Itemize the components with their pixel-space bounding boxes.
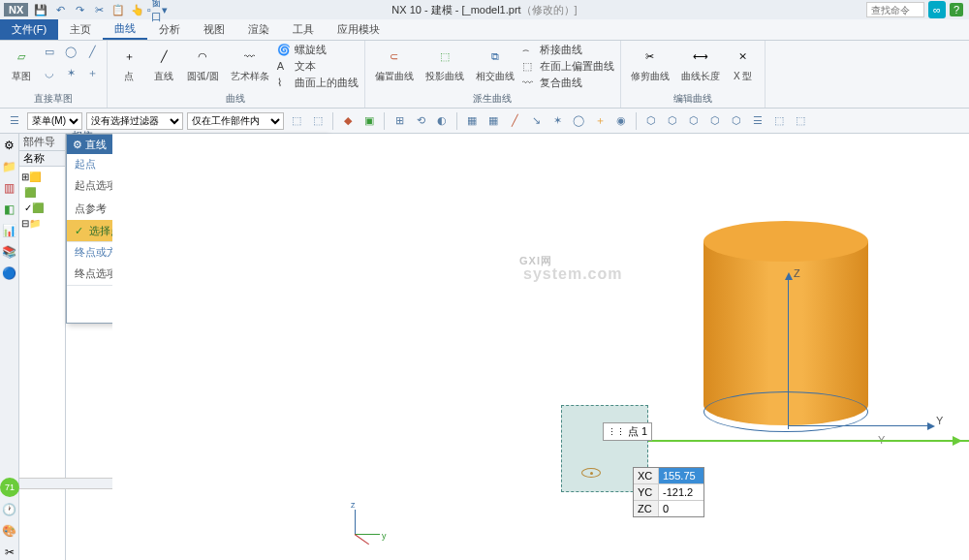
yc-row[interactable]: YC-121.2 bbox=[634, 484, 703, 501]
tool-icon[interactable]: ＋ bbox=[591, 112, 609, 130]
nav-icon[interactable]: ◧ bbox=[2, 202, 17, 217]
bridge-curve-button[interactable]: ⌢桥接曲线 bbox=[522, 43, 614, 57]
tool-icon[interactable]: ◯ bbox=[570, 112, 587, 130]
tool-icon[interactable]: ⬡ bbox=[706, 112, 724, 130]
tree-row[interactable]: ✓🟩 bbox=[21, 200, 63, 215]
offset-curve-button[interactable]: ⊂偏置曲线 bbox=[371, 43, 418, 85]
tool-icon[interactable]: ╱ bbox=[506, 112, 523, 130]
menu-render[interactable]: 渲染 bbox=[236, 19, 281, 40]
point-button[interactable]: ＋点 bbox=[113, 43, 144, 85]
copy-icon[interactable]: 📋 bbox=[111, 3, 125, 16]
x-form-button[interactable]: ⨯X 型 bbox=[728, 43, 759, 85]
touch-icon[interactable]: 👆 bbox=[131, 3, 144, 16]
tool-icon[interactable]: ✂ bbox=[2, 544, 17, 560]
add-icon[interactable]: ＋ bbox=[83, 64, 101, 81]
xc-row[interactable]: XC155.75 bbox=[634, 468, 703, 484]
tree-row[interactable]: 🟩 bbox=[21, 184, 63, 200]
cylinder-model[interactable] bbox=[703, 221, 868, 424]
project-curve-button[interactable]: ⬚投影曲线 bbox=[422, 43, 468, 85]
tool-icon[interactable]: ↘ bbox=[527, 112, 545, 130]
trim-curve-button[interactable]: ✂修剪曲线 bbox=[627, 43, 673, 85]
menu-dropdown-icon[interactable]: ☰ bbox=[6, 112, 23, 130]
tool-icon[interactable]: ▣ bbox=[360, 112, 378, 130]
nav-icon[interactable]: 📁 bbox=[2, 159, 17, 174]
3d-viewport[interactable]: GXI网 system.com Z Y Y ⋮⋮点 1 XC155.75 YC-… bbox=[112, 134, 969, 560]
surface-curve-button[interactable]: ⌇曲面上的曲线 bbox=[277, 76, 359, 90]
tool-icon[interactable]: ⬡ bbox=[685, 112, 703, 130]
undo-icon[interactable]: ↶ bbox=[53, 3, 67, 16]
nav-icon[interactable]: 🔵 bbox=[2, 265, 17, 281]
save-icon[interactable]: 💾 bbox=[34, 3, 47, 16]
offset-face-button[interactable]: ⬚在面上偏置曲线 bbox=[522, 59, 614, 74]
gear-icon[interactable]: ⚙ bbox=[2, 138, 17, 153]
scope-dropdown[interactable]: 仅在工作部件内 bbox=[187, 112, 284, 130]
menu-view[interactable]: 视图 bbox=[192, 19, 236, 40]
help-icon[interactable]: ? bbox=[950, 3, 963, 16]
search-go-icon[interactable]: ∞ bbox=[928, 1, 946, 18]
tool-icon[interactable]: ◆ bbox=[339, 112, 357, 130]
tool-icon[interactable]: ◉ bbox=[612, 112, 630, 130]
filter-dropdown[interactable]: 没有选择过滤器 bbox=[86, 112, 183, 130]
spiral-button[interactable]: 🌀螺旋线 bbox=[277, 43, 359, 57]
menu-dropdown[interactable]: 菜单(M) bbox=[27, 112, 82, 130]
view-triad[interactable]: z y bbox=[347, 504, 386, 543]
tool-icon[interactable]: ▦ bbox=[484, 112, 502, 130]
surface-curve-icon: ⌇ bbox=[277, 77, 291, 90]
circle-icon[interactable]: ◯ bbox=[62, 43, 79, 60]
main-area: ⚙ 📁 ▥ ◧ 📊 📚 🔵 🕐 🎨 ✂ 部件导 名称 ⊞🟨 🟩 ✓🟩 ⊟📁 71… bbox=[0, 134, 969, 560]
color-icon[interactable]: 🎨 bbox=[2, 523, 17, 539]
menu-curve[interactable]: 曲线 bbox=[103, 19, 147, 40]
history-icon[interactable]: 🕐 bbox=[2, 502, 17, 517]
menu-home[interactable]: 主页 bbox=[58, 19, 103, 40]
intersect-curve-button[interactable]: ⧉相交曲线 bbox=[472, 43, 518, 85]
title-bar: NX 💾 ↶ ↷ ✂ 📋 👆 ▫ 窗口▾ NX 10 - 建模 - [_mode… bbox=[0, 0, 969, 19]
point-sketch-icon[interactable]: ✶ bbox=[62, 64, 79, 81]
search-input[interactable] bbox=[866, 2, 924, 17]
navigator-tree[interactable]: ⊞🟨 🟩 ✓🟩 ⊟📁 bbox=[19, 167, 65, 233]
tool-icon[interactable]: ⬡ bbox=[664, 112, 681, 130]
selection-toolbar: ☰ 菜单(M) 没有选择过滤器 仅在工作部件内 ⬚ ⬚ ◆ ▣ ⊞ ⟲ ◐ ▦ … bbox=[0, 109, 969, 134]
tool-icon[interactable]: ⬚ bbox=[309, 112, 327, 130]
menu-analysis[interactable]: 分析 bbox=[147, 19, 192, 40]
yc-arrow-icon bbox=[953, 436, 967, 446]
tool-icon[interactable]: ☰ bbox=[749, 112, 766, 130]
menu-application[interactable]: 应用模块 bbox=[326, 19, 391, 40]
tree-row[interactable]: ⊟📁 bbox=[21, 215, 63, 231]
nav-icon[interactable]: 📊 bbox=[2, 223, 17, 238]
nav-icon[interactable]: ▥ bbox=[2, 180, 17, 196]
cut-icon[interactable]: ✂ bbox=[92, 3, 106, 16]
tool-icon[interactable]: ◐ bbox=[433, 112, 451, 130]
point-label[interactable]: ⋮⋮点 1 bbox=[603, 422, 652, 441]
redo-icon[interactable]: ↷ bbox=[73, 3, 86, 16]
tool-icon[interactable]: ⬡ bbox=[642, 112, 660, 130]
ribbon-group-edit: ✂修剪曲线 ⟷曲线长度 ⨯X 型 编辑曲线 bbox=[621, 41, 766, 108]
navigator-column[interactable]: 名称 bbox=[19, 151, 65, 167]
spline-button[interactable]: 〰艺术样条 bbox=[227, 43, 273, 85]
tool-icon[interactable]: ⬡ bbox=[728, 112, 745, 130]
nav-icon[interactable]: 📚 bbox=[2, 244, 17, 260]
sketch-button[interactable]: ▱ 草图 bbox=[6, 43, 37, 85]
line-icon[interactable]: ╱ bbox=[83, 43, 101, 60]
app-logo: NX bbox=[4, 3, 28, 16]
tool-icon[interactable]: ⬚ bbox=[770, 112, 788, 130]
spiral-icon: 🌀 bbox=[277, 44, 291, 57]
text-button[interactable]: A文本 bbox=[277, 59, 359, 74]
zc-row[interactable]: ZC0 bbox=[634, 501, 703, 516]
tool-icon[interactable]: ⬚ bbox=[288, 112, 305, 130]
curve-length-button[interactable]: ⟷曲线长度 bbox=[677, 43, 724, 85]
tree-row[interactable]: ⊞🟨 bbox=[21, 169, 63, 184]
arc-circle-button[interactable]: ◠圆弧/圆 bbox=[183, 43, 223, 85]
composite-curve-button[interactable]: 〰复合曲线 bbox=[522, 76, 614, 90]
rectangle-icon[interactable]: ▭ bbox=[41, 43, 58, 60]
tool-icon[interactable]: ✶ bbox=[548, 112, 566, 130]
tool-icon[interactable]: ▦ bbox=[463, 112, 481, 130]
tool-icon[interactable]: ⟲ bbox=[412, 112, 429, 130]
menu-tools[interactable]: 工具 bbox=[281, 19, 326, 40]
line-button[interactable]: ╱直线 bbox=[148, 43, 179, 85]
tool-icon[interactable]: ⊞ bbox=[391, 112, 408, 130]
menu-file[interactable]: 文件(F) bbox=[0, 19, 58, 40]
arc-icon[interactable]: ◡ bbox=[41, 64, 58, 81]
length-icon: ⟷ bbox=[689, 45, 712, 68]
window-menu[interactable]: ▫ 窗口▾ bbox=[150, 3, 164, 16]
tool-icon[interactable]: ⬚ bbox=[792, 112, 809, 130]
